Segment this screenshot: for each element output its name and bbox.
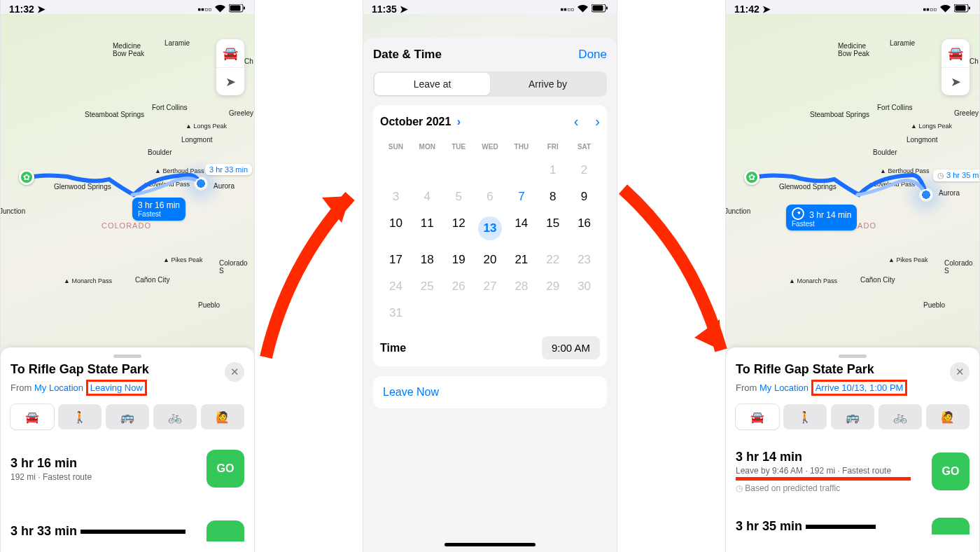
calendar-day[interactable]: 26 (443, 273, 475, 300)
next-month-button[interactable]: › (595, 113, 600, 130)
route-alt-callout[interactable]: ◷ 3 hr 35 m (933, 170, 979, 181)
leave-at-option[interactable]: Leave at (374, 73, 490, 95)
go-button[interactable] (932, 518, 969, 534)
weekday-label: WED (475, 137, 506, 157)
home-indicator[interactable] (444, 543, 536, 546)
calendar-day[interactable]: 12 (443, 210, 475, 247)
mode-drive[interactable]: 🚘 (736, 404, 779, 429)
calendar-day[interactable]: 16 (568, 210, 600, 247)
map-controls: 🚘 ➤ (941, 39, 969, 95)
battery-icon (592, 4, 608, 15)
route-option[interactable]: 3 hr 14 min Leave by 9:46 AM · 192 mi · … (736, 445, 969, 500)
destination-pin[interactable] (19, 170, 34, 185)
calendar-day (475, 300, 506, 326)
drag-handle[interactable] (113, 354, 141, 358)
mode-rideshare[interactable]: 🙋 (201, 404, 244, 429)
calendar-day[interactable]: 18 (412, 247, 443, 273)
svg-rect-7 (955, 5, 966, 11)
directions-card[interactable]: To Rifle Gap State Park From My Location… (726, 347, 979, 552)
calendar-day[interactable]: 29 (537, 273, 568, 300)
from-location-link[interactable]: My Location (760, 382, 808, 393)
calendar-day[interactable]: 24 (380, 273, 412, 300)
calendar-day[interactable]: 19 (443, 247, 475, 273)
leave-arrive-toggle: Leave at Arrive by (373, 71, 607, 97)
calendar-day[interactable]: 6 (475, 184, 506, 210)
mode-drive[interactable]: 🚘 (10, 404, 54, 429)
calendar-day[interactable]: 31 (380, 300, 412, 326)
map-view[interactable]: MedicineBow Peak Laramie Ch Steamboat Sp… (726, 14, 979, 349)
calendar-day[interactable]: 9 (568, 184, 600, 210)
calendar-day[interactable]: 10 (380, 210, 412, 247)
mode-bike[interactable]: 🚲 (153, 404, 197, 429)
mode-rideshare[interactable]: 🙋 (926, 404, 969, 429)
month-label[interactable]: October 2021 › (380, 116, 461, 128)
go-button[interactable]: GO (932, 453, 969, 490)
mode-walk[interactable]: 🚶 (783, 404, 827, 429)
calendar-day[interactable]: 1 (537, 157, 568, 184)
prev-month-button[interactable]: ‹ (574, 113, 579, 130)
calendar-day[interactable]: 30 (568, 273, 600, 300)
screenshot-right: 11:42➤ ▪▪▫▫ MedicineBow Peak Laramie Ch … (725, 0, 980, 552)
calendar-day[interactable]: 4 (412, 184, 443, 210)
calendar-day[interactable]: 21 (505, 247, 537, 273)
close-button[interactable]: ✕ (950, 362, 969, 382)
calendar-day[interactable]: 13 (475, 210, 506, 247)
calendar-day[interactable]: 3 (380, 184, 412, 210)
redaction-bar (806, 525, 876, 529)
calendar-day[interactable]: 28 (505, 273, 537, 300)
mode-walk[interactable]: 🚶 (58, 404, 102, 429)
status-bar: 11:32➤ ▪▪▫▫ (1, 0, 254, 15)
cellular-icon: ▪▪▫▫ (560, 4, 574, 15)
arrive-by-option[interactable]: Arrive by (490, 73, 606, 95)
calendar-day[interactable]: 23 (568, 247, 600, 273)
drag-handle[interactable] (839, 354, 867, 358)
calendar-day[interactable]: 2 (568, 157, 600, 184)
calendar-day[interactable]: 22 (537, 247, 568, 273)
time-picker[interactable]: 9:00 AM (542, 336, 600, 359)
route-alt-callout[interactable]: 3 hr 33 min (205, 164, 252, 175)
mode-transit[interactable]: 🚌 (106, 404, 149, 429)
calendar-day (537, 300, 568, 326)
route-duration: 3 hr 33 min (10, 524, 206, 539)
go-button[interactable] (206, 520, 244, 541)
done-button[interactable]: Done (578, 48, 607, 62)
calendar-day[interactable]: 7 (505, 184, 537, 210)
calendar-day[interactable]: 5 (443, 184, 475, 210)
battery-icon (954, 4, 971, 15)
transport-mode-button[interactable]: 🚘 (941, 39, 969, 67)
close-button[interactable]: ✕ (225, 362, 244, 382)
route-option[interactable]: 3 hr 35 min (736, 513, 969, 541)
datetime-sheet: Date & Time Done Leave at Arrive by Octo… (363, 38, 617, 552)
calendar-day[interactable]: 8 (537, 184, 568, 210)
from-location-link[interactable]: My Location (34, 382, 83, 393)
calendar-day[interactable]: 15 (537, 210, 568, 247)
calendar-day[interactable]: 27 (475, 273, 506, 300)
calendar-day[interactable]: 11 (412, 210, 443, 247)
route-option[interactable]: 3 hr 16 min 192 mi · Fastest route GO (10, 445, 244, 495)
calendar-day[interactable]: 17 (380, 247, 412, 273)
weekday-label: MON (412, 137, 443, 157)
map-view[interactable]: MedicineBow Peak Laramie Ch Steamboat Sp… (1, 14, 254, 349)
timing-link[interactable]: Leaving Now (90, 382, 143, 393)
cellular-icon: ▪▪▫▫ (923, 4, 937, 15)
leave-now-button[interactable]: Leave Now (373, 376, 607, 408)
calendar-day[interactable]: 14 (505, 210, 537, 247)
calendar-day[interactable]: 20 (475, 247, 506, 273)
directions-card[interactable]: To Rifle Gap State Park From My Location… (1, 347, 254, 552)
traffic-note: Based on predicted traffic (736, 483, 932, 493)
tracking-button[interactable]: ➤ (216, 67, 244, 95)
mode-bike[interactable]: 🚲 (878, 404, 922, 429)
mode-transit[interactable]: 🚌 (831, 404, 874, 429)
destination-pin[interactable] (744, 170, 760, 185)
tracking-button[interactable]: ➤ (941, 67, 969, 95)
route-main-callout[interactable]: 3 hr 14 min Fastest (786, 205, 857, 230)
weekday-label: TUE (443, 137, 475, 157)
transport-mode-button[interactable]: 🚘 (216, 39, 244, 67)
timing-link[interactable]: Arrive 10/13, 1:00 PM (816, 382, 904, 393)
route-option[interactable]: 3 hr 33 min (10, 516, 244, 548)
route-duration: 3 hr 16 min (10, 456, 206, 471)
map-controls: 🚘 ➤ (216, 39, 244, 95)
calendar-day[interactable]: 25 (412, 273, 443, 300)
go-button[interactable]: GO (206, 450, 244, 488)
route-main-callout[interactable]: 3 hr 16 min Fastest (132, 198, 186, 221)
